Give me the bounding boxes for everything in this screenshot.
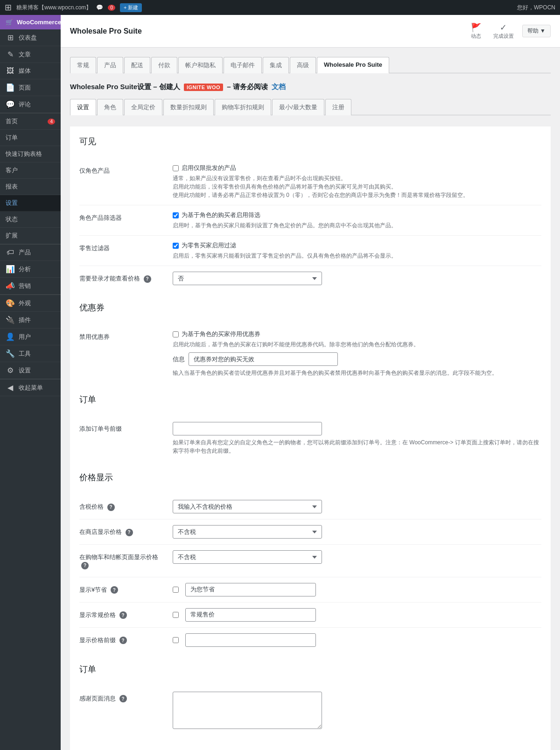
help-icon-price-prefix[interactable]: ? — [119, 637, 127, 644]
sidebar-item-collapse[interactable]: ◀ 收起菜单 — [0, 379, 61, 396]
page-header: Wholesale Pro Suite 🚩 动态 ✓ 完成设置 帮助 ▼ — [61, 15, 560, 48]
sidebar-item-orders[interactable]: 订单 — [0, 130, 61, 146]
sidebar-item-label: 收起菜单 — [19, 384, 43, 392]
tab-shipping[interactable]: 配送 — [124, 57, 150, 73]
input-order-prefix[interactable] — [173, 422, 322, 435]
tab-general[interactable]: 常规 — [70, 57, 96, 73]
textarea-thankyou-msg[interactable] — [173, 692, 322, 729]
activity-button[interactable]: 🚩 动态 — [467, 21, 485, 42]
field-label-show-savings: 显示¥节省 — [79, 586, 107, 593]
sub-tab-global-pricing[interactable]: 全局定价 — [124, 99, 162, 115]
input-regular-price-text[interactable] — [185, 608, 316, 622]
sidebar-item-settings2[interactable]: ⚙ 设置 — [0, 362, 61, 379]
woocommerce-menu-header[interactable]: 🛒 WooCommerce — [0, 15, 61, 29]
sidebar-item-tools[interactable]: 🔧 工具 — [0, 345, 61, 362]
tab-account-privacy[interactable]: 帐户和隐私 — [178, 57, 223, 73]
help-button[interactable]: 帮助 ▼ — [522, 25, 551, 37]
tab-advanced[interactable]: 高级 — [290, 57, 316, 73]
sub-tab-registration[interactable]: 注册 — [325, 99, 351, 115]
doc-link[interactable]: 文档 — [272, 83, 286, 91]
sidebar-item-marketing[interactable]: 📣 营销 — [0, 278, 61, 294]
help-icon-tax-price[interactable]: ? — [107, 504, 115, 511]
sidebar-item-pages[interactable]: 📄 页面 — [0, 79, 61, 96]
select-login-to-see-price[interactable]: 否 是 — [173, 272, 322, 285]
checkbox-label-role-only[interactable]: 启用仅限批发的产品 — [173, 164, 541, 172]
show-savings-row — [173, 583, 541, 596]
help-icon-shop-price[interactable]: ? — [126, 529, 133, 536]
sidebar-item-plugins[interactable]: 🔌 插件 — [0, 312, 61, 329]
sub-tab-cart-discount[interactable]: 购物车折扣规则 — [215, 99, 271, 115]
sidebar-item-dashboard[interactable]: ⊞ 仪表盘 — [0, 29, 61, 46]
section-title-coupons: 优惠券 — [79, 302, 541, 317]
sidebar-item-products[interactable]: 🏷 产品 — [0, 244, 61, 261]
tab-wholesale-pro-suite[interactable]: Wholesale Pro Suite — [317, 57, 389, 73]
sidebar-item-status[interactable]: 状态 — [0, 211, 61, 228]
select-shop-price[interactable]: 不含税 含税 — [173, 525, 322, 539]
complete-setup-button[interactable]: ✓ 完成设置 — [490, 21, 518, 42]
check-icon: ✓ — [500, 22, 507, 33]
checkbox-show-savings[interactable] — [173, 587, 179, 593]
sub-tab-roles[interactable]: 角色 — [97, 99, 123, 115]
wc-tabs: 常规 产品 配送 付款 帐户和隐私 电子邮件 集成 高级 Wholesale P… — [70, 57, 551, 73]
checkbox-retail-filter[interactable] — [173, 243, 179, 249]
info-msg-input[interactable] — [189, 352, 338, 366]
site-name[interactable]: 糖果博客【www.wpocn.com】 — [16, 4, 91, 12]
complete-label: 完成设置 — [493, 33, 514, 40]
flag-icon: 🚩 — [471, 22, 481, 33]
section-title-orders1: 订单 — [79, 394, 541, 409]
sub-tab-settings[interactable]: 设置 — [70, 99, 96, 115]
sidebar-item-settings[interactable]: 设置 — [0, 195, 61, 211]
admin-bar: ⊞ 糖果博客【www.wpocn.com】 💬 0 + 新建 您好，WPOCN — [0, 0, 560, 15]
sidebar-item-home[interactable]: 首页 4 — [0, 113, 61, 130]
sidebar-item-label: 设置 — [19, 366, 31, 375]
sidebar-item-customers[interactable]: 客户 — [0, 162, 61, 179]
sidebar-item-comments[interactable]: 💬 评论 — [0, 96, 61, 113]
checkbox-price-prefix[interactable] — [173, 637, 179, 643]
home-badge: 4 — [48, 119, 55, 125]
field-row-disable-coupons: 禁用优惠券 为基于角色的买家停用优惠券 启用此功能后，基于角色的买家在订购时不能… — [79, 324, 541, 383]
field-row-tax-price: 含税价格 ? 我输入不含税的价格 我输入含税的价格 — [79, 494, 541, 519]
sidebar-item-label: 仪表盘 — [19, 34, 37, 42]
select-cart-price[interactable]: 不含税 含税 — [173, 550, 322, 564]
sub-tabs: 设置 角色 全局定价 数量折扣规则 购物车折扣规则 最小/最大数量 注册 — [70, 99, 551, 115]
checkbox-label-disable-coupons[interactable]: 为基于角色的买家停用优惠券 — [173, 330, 541, 338]
input-savings-text[interactable] — [185, 583, 316, 596]
help-icon-show-regular-price[interactable]: ? — [119, 611, 127, 619]
sidebar-item-media[interactable]: 🖼 媒体 — [0, 63, 61, 79]
field-label-price-prefix: 显示价格前缀 — [79, 637, 116, 644]
checkbox-label-retail-filter[interactable]: 为零售买家启用过滤 — [173, 241, 541, 250]
help-icon-cart-price[interactable]: ? — [81, 562, 89, 569]
sidebar-item-extensions[interactable]: 扩展 — [0, 228, 61, 244]
sidebar-item-quick-order[interactable]: 快速订购表格 — [0, 146, 61, 162]
sidebar-item-posts[interactable]: ✎ 文章 — [0, 46, 61, 63]
tab-payments[interactable]: 付款 — [151, 57, 177, 73]
main-content: Wholesale Pro Suite 🚩 动态 ✓ 完成设置 帮助 ▼ 常规 … — [61, 15, 560, 750]
tab-products[interactable]: 产品 — [97, 57, 123, 73]
activity-label: 动态 — [471, 33, 481, 40]
checkbox-label-role-filter[interactable]: 为基于角色的购买者启用筛选 — [173, 211, 541, 219]
sub-tab-quantity-discount[interactable]: 数量折扣规则 — [163, 99, 214, 115]
field-desc-disable-coupons: 启用此功能后，基于角色的买家在订购时不能使用优惠券代码。除非您将他们的角色分配给… — [173, 340, 541, 349]
sub-tab-min-max[interactable]: 最小/最大数量 — [272, 99, 324, 115]
select-tax-price[interactable]: 我输入不含税的价格 我输入含税的价格 — [173, 500, 322, 513]
checkbox-role-filter[interactable] — [173, 212, 179, 218]
price-prefix-row — [173, 633, 541, 647]
sidebar-item-analytics[interactable]: 📊 分析 — [0, 261, 61, 278]
field-desc-role-only: 通常，如果产品没有设置零售价，则在查看产品时不会出现购买按钮。启用此功能后，没有… — [173, 174, 541, 199]
help-icon-thankyou-msg[interactable]: ? — [119, 695, 127, 702]
checkbox-show-regular-price[interactable] — [173, 612, 179, 618]
sidebar-item-reports[interactable]: 报表 — [0, 179, 61, 195]
new-item-button[interactable]: + 新建 — [120, 3, 142, 12]
help-icon-login-price[interactable]: ? — [144, 275, 151, 283]
plugins-icon: 🔌 — [6, 315, 15, 324]
tab-integration[interactable]: 集成 — [263, 57, 289, 73]
sidebar-item-appearance[interactable]: 🎨 外观 — [0, 294, 61, 312]
checkbox-role-only[interactable] — [173, 165, 179, 171]
tab-emails[interactable]: 电子邮件 — [224, 57, 262, 73]
input-price-prefix[interactable] — [185, 633, 316, 647]
sidebar-item-users[interactable]: 👤 用户 — [0, 329, 61, 345]
comments-icon: 💬 — [6, 100, 15, 109]
checkbox-disable-coupons[interactable] — [173, 331, 179, 337]
settings-table-visible: 仅角色产品 启用仅限批发的产品 通常，如果产品没有设置零售价，则在查看产品时不会… — [79, 158, 541, 291]
help-icon-show-savings[interactable]: ? — [111, 586, 118, 594]
